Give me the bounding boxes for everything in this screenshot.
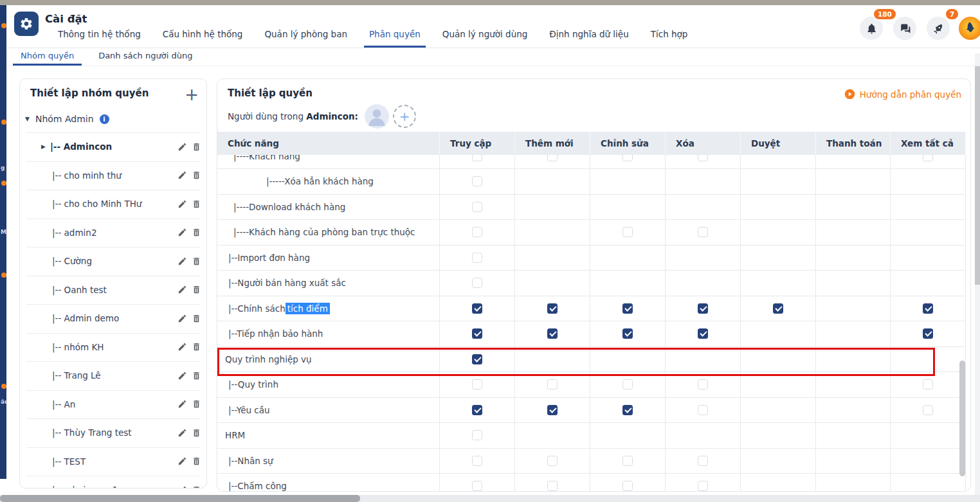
group-item[interactable]: |-- Admin demo (20, 304, 206, 333)
delete-trash-icon[interactable] (192, 285, 201, 294)
checkbox-truy-cap[interactable] (472, 278, 482, 288)
checkbox-them-moi[interactable] (547, 379, 558, 390)
rocket-icon[interactable] (927, 17, 950, 40)
delete-trash-icon[interactable] (192, 228, 201, 237)
checkbox-xoa[interactable] (698, 481, 708, 491)
delete-trash-icon[interactable] (192, 256, 201, 266)
edit-pencil-icon[interactable] (177, 428, 187, 438)
group-item[interactable]: |-- admin2 (20, 219, 206, 247)
delete-trash-icon[interactable] (192, 428, 201, 438)
permission-guide-link[interactable]: Hướng dẫn phân quyền (844, 89, 961, 100)
chat-icon[interactable] (893, 17, 916, 40)
table-row[interactable]: |--Người bán hàng xuất sắc (217, 271, 966, 296)
checkbox-them-moi[interactable] (547, 456, 558, 466)
delete-trash-icon[interactable] (192, 314, 201, 323)
checkbox-chinh-sua[interactable] (622, 328, 633, 339)
delete-trash-icon[interactable] (192, 342, 201, 352)
add-group-button[interactable]: + (185, 87, 199, 102)
delete-trash-icon[interactable] (192, 456, 201, 466)
table-row[interactable]: HRM (217, 423, 966, 449)
checkbox-chinh-sua[interactable] (622, 227, 633, 237)
checkbox-xem-tat-ca[interactable] (923, 303, 933, 314)
checkbox-truy-cap[interactable] (472, 227, 482, 237)
table-row[interactable]: |--Chấm công (217, 474, 966, 491)
checkbox-them-moi[interactable] (547, 303, 558, 314)
group-item[interactable]: |-- Cường (20, 247, 206, 276)
table-row[interactable]: |--Quy trình (217, 372, 966, 398)
delete-trash-icon[interactable] (192, 371, 201, 381)
checkbox-xoa[interactable] (698, 405, 708, 415)
checkbox-chinh-sua[interactable] (622, 481, 633, 491)
edit-pencil-icon[interactable] (177, 456, 187, 466)
checkbox-xoa[interactable] (698, 379, 708, 390)
group-item[interactable]: |-- cho cho Minh THư (20, 190, 206, 219)
checkbox-chinh-sua[interactable] (622, 379, 633, 390)
tab-định-nghĩa-dữ-liệu[interactable]: Định nghĩa dữ liệu (548, 29, 630, 48)
info-icon[interactable]: i (100, 114, 109, 124)
group-item[interactable]: |-- admin con 1 (20, 476, 206, 489)
checkbox-truy-cap[interactable] (472, 405, 482, 415)
table-row[interactable]: Quy trình nghiệp vụ (217, 347, 966, 373)
checkbox-chinh-sua[interactable] (622, 405, 633, 415)
checkbox-xem-tat-ca[interactable] (923, 328, 933, 339)
delete-trash-icon[interactable] (192, 170, 201, 180)
checkbox-truy-cap[interactable] (472, 253, 482, 263)
table-row[interactable]: |--Chính sách tích điểm (217, 296, 966, 322)
edit-pencil-icon[interactable] (177, 170, 187, 180)
table-row[interactable]: |----Khách hàng của phòng ban trực thuộc (217, 220, 966, 246)
table-row[interactable]: |--Nhân sự (217, 449, 966, 474)
page-horizontal-scrollbar[interactable] (0, 495, 980, 502)
checkbox-chinh-sua[interactable] (622, 456, 633, 466)
delete-trash-icon[interactable] (192, 485, 201, 489)
checkbox-duyet[interactable] (773, 303, 783, 314)
group-item[interactable]: |-- An (20, 390, 206, 419)
table-vertical-scrollbar[interactable] (959, 361, 965, 476)
scrollbar-thumb[interactable] (0, 495, 360, 502)
edit-pencil-icon[interactable] (177, 371, 187, 381)
tab-thông-tin-hệ-thống[interactable]: Thông tin hệ thống (57, 29, 142, 48)
delete-trash-icon[interactable] (192, 199, 201, 209)
scrollbar-thumb[interactable] (975, 66, 980, 285)
subtab-nhóm-quyền[interactable]: Nhóm quyền (18, 51, 77, 66)
checkbox-truy-cap[interactable] (472, 430, 482, 440)
table-row[interactable]: |----Download khách hàng (217, 195, 966, 220)
edit-pencil-icon[interactable] (177, 142, 187, 152)
checkbox-truy-cap[interactable] (472, 328, 482, 339)
checkbox-truy-cap[interactable] (472, 176, 482, 186)
table-row[interactable]: |-----Xóa hẳn khách hàng (217, 169, 966, 195)
edit-pencil-icon[interactable] (177, 199, 187, 209)
group-user-avatar[interactable] (365, 104, 389, 129)
group-item[interactable]: |-- Oanh test (20, 276, 206, 305)
subtab-danh-sách-người-dùng[interactable]: Danh sách người dùng (96, 51, 195, 66)
tab-tích-hợp[interactable]: Tích hợp (649, 29, 689, 48)
table-row[interactable]: |--Import đơn hàng (217, 246, 966, 271)
checkbox-them-moi[interactable] (547, 405, 558, 415)
checkbox-chinh-sua[interactable] (622, 303, 633, 314)
caret-right-icon[interactable]: ▶ (41, 143, 46, 150)
checkbox-xoa[interactable] (698, 303, 708, 314)
delete-trash-icon[interactable] (192, 142, 201, 152)
settings-gear-icon[interactable] (14, 12, 39, 36)
caret-down-icon[interactable]: ▼ (25, 116, 30, 122)
table-row[interactable]: |--Tiếp nhận bảo hành (217, 321, 966, 347)
checkbox-truy-cap[interactable] (472, 303, 482, 314)
checkbox-truy-cap[interactable] (472, 379, 482, 390)
delete-trash-icon[interactable] (192, 399, 201, 409)
group-item[interactable]: ▶|-- Admincon (20, 132, 206, 161)
group-item[interactable]: |-- nhóm KH (20, 333, 206, 362)
tab-quản-lý-người-dùng[interactable]: Quản lý người dùng (441, 29, 529, 48)
checkbox-truy-cap[interactable] (472, 481, 482, 491)
user-avatar[interactable] (959, 17, 980, 40)
checkbox-them-moi[interactable] (547, 328, 558, 339)
checkbox-xem-tat-ca[interactable] (923, 405, 933, 415)
checkbox-them-moi[interactable] (547, 481, 558, 491)
edit-pencil-icon[interactable] (177, 256, 187, 266)
checkbox-truy-cap[interactable] (472, 456, 482, 466)
edit-pencil-icon[interactable] (177, 342, 187, 352)
edit-pencil-icon[interactable] (177, 399, 187, 409)
checkbox-truy-cap[interactable] (472, 202, 482, 212)
group-item[interactable]: |-- cho minh thư (20, 161, 206, 190)
checkbox-xoa[interactable] (698, 328, 708, 339)
tab-quản-lý-phòng-ban[interactable]: Quản lý phòng ban (263, 29, 349, 48)
group-item[interactable]: |-- Thùy Trang test (20, 418, 206, 447)
